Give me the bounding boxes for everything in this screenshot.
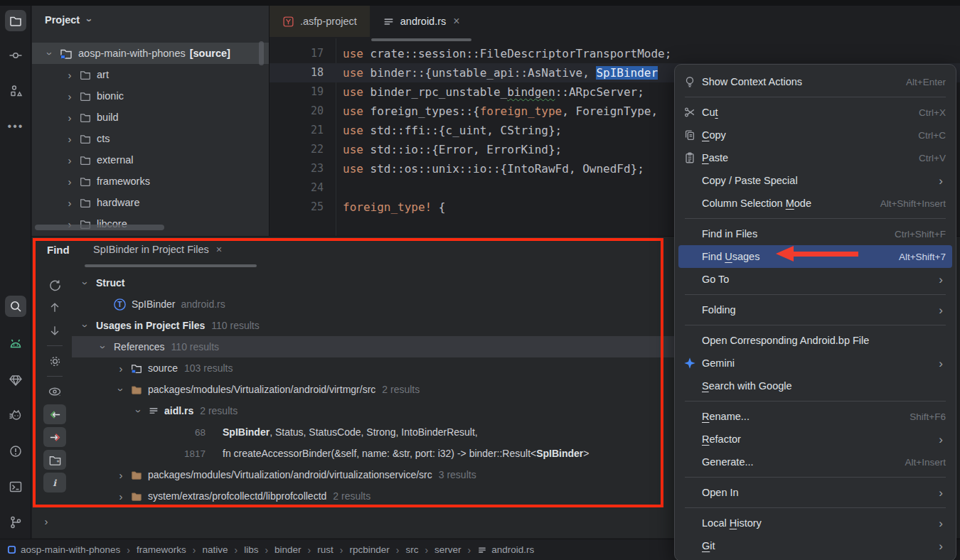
horizontal-scrollbar[interactable] (35, 225, 164, 230)
previous-occurrence-button[interactable] (43, 298, 66, 318)
result-row-spibinder[interactable]: T SpIBinder android.rs (72, 294, 676, 315)
breadcrumb-item[interactable]: rust (302, 544, 334, 556)
editor-context-menu: Show Context Actions Alt+Enter Cut Ctrl+… (674, 64, 956, 560)
menu-item-cut[interactable]: Cut Ctrl+X (675, 101, 956, 124)
chevron-right-icon[interactable] (65, 155, 75, 166)
chevron-right-icon[interactable] (116, 491, 126, 502)
tree-row-build[interactable]: build (32, 107, 269, 128)
breadcrumb-item[interactable]: src (390, 544, 419, 556)
tree-row-bionic[interactable]: bionic (32, 85, 269, 107)
problems-tool-button[interactable] (5, 441, 26, 462)
close-icon[interactable]: × (453, 15, 459, 28)
expand-more-chevron[interactable] (41, 515, 51, 528)
menu-item-column-selection-mode[interactable]: Column Selection Mode Alt+Shift+Insert (675, 192, 956, 215)
project-tool-button[interactable] (5, 10, 26, 31)
result-row-references[interactable]: References 110 results (72, 336, 676, 357)
menu-item-show-context-actions[interactable]: Show Context Actions Alt+Enter (675, 70, 956, 93)
tab-android-rs[interactable]: android.rs × (370, 6, 473, 37)
chevron-right-icon[interactable] (65, 70, 75, 80)
menu-item-rename[interactable]: Rename... Shift+F6 (675, 405, 956, 428)
chevron-down-icon[interactable] (80, 278, 90, 289)
chevron-down-icon[interactable] (134, 406, 144, 416)
result-row-aidl[interactable]: aidl.rs 2 results (72, 400, 676, 421)
chevron-right-icon[interactable] (116, 470, 126, 480)
group-by-file-structure-toggle[interactable]: * (43, 450, 66, 470)
chevron-right-icon[interactable] (65, 134, 75, 144)
close-icon[interactable]: × (216, 244, 222, 255)
tab-asfp-project[interactable]: .asfp-project (270, 6, 370, 37)
result-row-profcollectd[interactable]: system/extras/profcollectd/libprofcollec… (72, 485, 676, 507)
result-row-source[interactable]: source 103 results (72, 357, 676, 379)
menu-item-git[interactable]: Git (675, 534, 956, 557)
chevron-down-icon[interactable] (80, 321, 90, 331)
tree-row-art[interactable]: art (32, 64, 269, 85)
menu-item-open-in[interactable]: Open In (675, 481, 956, 504)
chevron-right-icon[interactable] (65, 176, 75, 187)
tree-row-hardware[interactable]: hardware (32, 192, 269, 213)
result-row-struct[interactable]: Struct (72, 272, 676, 294)
git-tool-button[interactable] (5, 512, 26, 533)
rerun-search-button[interactable] (43, 275, 66, 295)
breadcrumb-item[interactable]: rpcbinder (334, 544, 390, 556)
project-panel-header[interactable]: Project (45, 14, 95, 26)
show-read-access-toggle[interactable] (43, 404, 66, 424)
arrow-down-icon (48, 324, 61, 337)
menu-item-gemini[interactable]: Gemini (675, 352, 956, 375)
tree-row-cts[interactable]: cts (32, 128, 269, 149)
menu-item-find-usages[interactable]: Find Usages Alt+Shift+7 (678, 245, 952, 268)
result-row-virtualizationservice[interactable]: packages/modules/Virtualization/android/… (72, 464, 676, 485)
settings-button[interactable] (43, 351, 66, 371)
find-tool-button[interactable] (5, 296, 26, 317)
submenu-arrow-icon (936, 304, 946, 316)
tree-row-root[interactable]: aosp-main-with-phones [source] (32, 43, 269, 64)
terminal-tool-button[interactable] (5, 476, 26, 497)
menu-item-copy-paste-special[interactable]: Copy / Paste Special (675, 169, 956, 192)
find-results-tab[interactable]: SpIBinder in Project Files × (93, 244, 222, 255)
breadcrumb-item[interactable]: server (418, 544, 461, 556)
menu-item-go-to[interactable]: Go To (675, 268, 956, 291)
chevron-down-icon[interactable] (45, 48, 55, 59)
menu-separator (685, 97, 946, 97)
running-devices-tool-button[interactable] (5, 405, 26, 426)
tree-row-libcore[interactable]: libcore (32, 213, 269, 235)
show-usage-info-toggle[interactable]: i (43, 473, 66, 492)
menu-item-paste[interactable]: Paste Ctrl+V (675, 146, 956, 169)
result-row-virtmgr[interactable]: packages/modules/Virtualization/android/… (72, 379, 676, 400)
app-insights-tool-button[interactable] (5, 370, 26, 391)
menu-item-generate[interactable]: Generate... Alt+Insert (675, 451, 956, 473)
search-icon (9, 299, 23, 313)
result-row-line-68[interactable]: 68 SpIBinder , Status, StatusCode, Stron… (72, 421, 676, 443)
next-occurrence-button[interactable] (43, 321, 66, 340)
vertical-scrollbar[interactable] (259, 41, 264, 65)
breadcrumb-item[interactable]: native (186, 544, 228, 556)
chevron-right-icon[interactable] (65, 112, 75, 123)
commit-tool-button[interactable] (5, 45, 26, 66)
breadcrumb-item[interactable]: aosp-main-with-phones (7, 544, 120, 555)
menu-item-folding[interactable]: Folding (675, 298, 956, 321)
menu-item-search-with-google[interactable]: Search with Google (675, 375, 956, 397)
result-row-line-1817[interactable]: 1817 fn createAccessorBinder(&self, name… (72, 443, 676, 464)
menu-item-open-corresponding-androidbp[interactable]: Open Corresponding Android.bp File (675, 329, 956, 352)
more-tools-button[interactable]: ••• (5, 116, 26, 137)
logcat-tool-button[interactable] (5, 334, 26, 355)
chevron-down-icon[interactable] (98, 342, 108, 352)
toolbar-separator (47, 345, 63, 346)
breadcrumb-item[interactable]: android.rs (462, 544, 535, 556)
menu-item-copy[interactable]: Copy Ctrl+C (675, 124, 956, 146)
menu-item-local-history[interactable]: Local History (675, 512, 956, 534)
chevron-right-icon[interactable] (65, 91, 75, 102)
structure-tool-button[interactable] (5, 80, 26, 102)
breadcrumb-item[interactable]: frameworks (120, 544, 186, 556)
menu-item-find-in-files[interactable]: Find in Files Ctrl+Shift+F (675, 222, 956, 245)
chevron-right-icon[interactable] (65, 198, 75, 208)
tree-row-frameworks[interactable]: frameworks (32, 171, 269, 192)
preview-button[interactable] (43, 382, 66, 402)
chevron-down-icon[interactable] (116, 384, 126, 395)
show-write-access-toggle[interactable] (43, 427, 66, 447)
breadcrumb-item[interactable]: libs (228, 544, 258, 556)
menu-item-refactor[interactable]: Refactor (675, 428, 956, 451)
breadcrumb-item[interactable]: binder (258, 544, 301, 556)
result-row-usages[interactable]: Usages in Project Files 110 results (72, 315, 676, 336)
chevron-right-icon[interactable] (116, 363, 126, 374)
tree-row-external[interactable]: external (32, 149, 269, 171)
